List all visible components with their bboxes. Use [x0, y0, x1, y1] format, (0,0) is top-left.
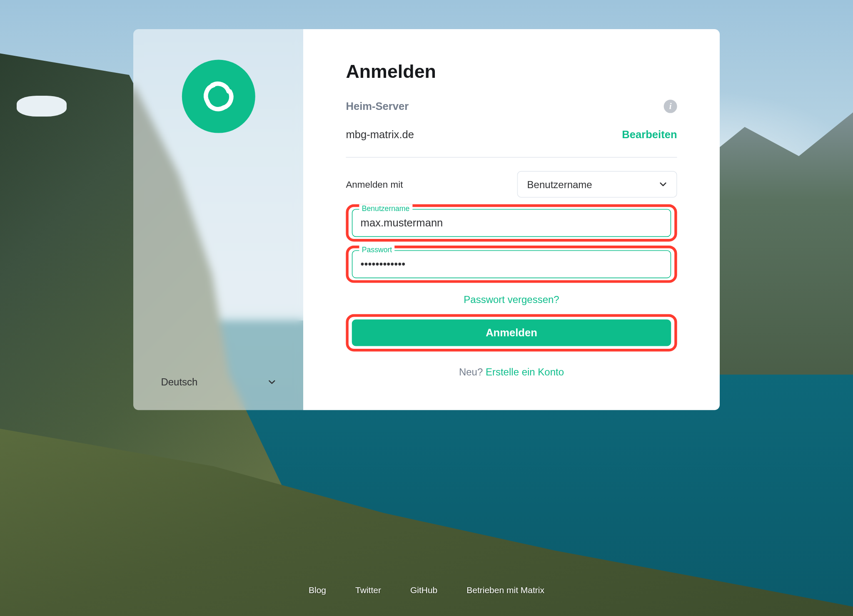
password-field-wrapper: Passwort [352, 250, 671, 278]
info-icon[interactable]: i [664, 100, 677, 113]
password-highlight: Passwort [346, 246, 677, 283]
footer-link-github[interactable]: GitHub [410, 585, 437, 595]
chevron-down-icon [267, 378, 275, 386]
footer-link-blog[interactable]: Blog [309, 585, 326, 595]
signin-method-row: Anmelden mit Benutzername [346, 171, 677, 198]
language-label: Deutsch [161, 376, 197, 387]
forgot-password-link[interactable]: Passwort vergessen? [346, 293, 677, 305]
footer-link-matrix[interactable]: Betrieben mit Matrix [466, 585, 544, 595]
signin-method-select[interactable]: Benutzername [517, 171, 677, 198]
username-input[interactable] [361, 217, 663, 229]
username-float-label: Benutzername [359, 204, 412, 212]
chevron-down-icon [659, 180, 667, 188]
background-snow [17, 96, 67, 117]
page-title: Anmelden [346, 61, 677, 82]
login-form-panel: Anmelden Heim-Server i mbg-matrix.de Bea… [303, 29, 720, 410]
element-logo-icon [182, 60, 255, 133]
homeserver-header: Heim-Server i [346, 100, 677, 113]
brand-panel: Deutsch [133, 29, 303, 410]
create-account-link[interactable]: Erstelle ein Konto [486, 366, 564, 378]
edit-homeserver-link[interactable]: Bearbeiten [622, 129, 677, 141]
language-selector[interactable]: Deutsch [152, 370, 285, 394]
password-input[interactable] [361, 258, 663, 270]
new-prompt: Neu? [459, 366, 486, 378]
signin-button[interactable]: Anmelden [352, 320, 671, 346]
signin-method-value: Benutzername [527, 179, 592, 190]
footer-link-twitter[interactable]: Twitter [355, 585, 381, 595]
footer-links: Blog Twitter GitHub Betrieben mit Matrix [309, 585, 544, 595]
homeserver-label: Heim-Server [346, 100, 409, 112]
username-field-wrapper: Benutzername [352, 209, 671, 237]
create-account-row: Neu? Erstelle ein Konto [346, 366, 677, 378]
homeserver-value: mbg-matrix.de [346, 129, 414, 141]
password-float-label: Passwort [359, 246, 394, 253]
submit-highlight: Anmelden [346, 314, 677, 352]
login-card: Deutsch Anmelden Heim-Server i mbg-matri… [133, 29, 720, 410]
username-highlight: Benutzername [346, 204, 677, 242]
homeserver-row: mbg-matrix.de Bearbeiten [346, 129, 677, 158]
signin-with-label: Anmelden mit [346, 179, 403, 190]
